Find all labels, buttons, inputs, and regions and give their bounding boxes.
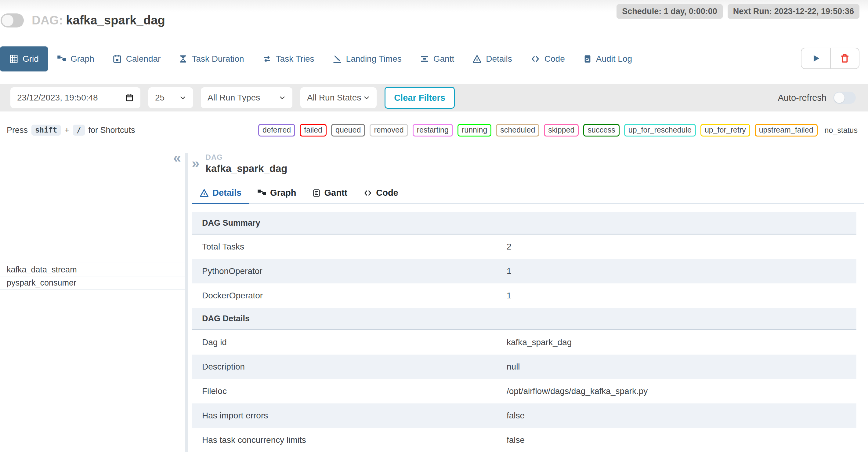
tab-label: Code — [376, 188, 398, 198]
status-badge[interactable]: skipped — [544, 124, 579, 137]
status-badge[interactable]: failed — [300, 124, 327, 137]
triangle-details-icon — [199, 188, 209, 198]
details-tab-gantt[interactable]: Gantt — [304, 186, 355, 203]
status-badge[interactable]: deferred — [258, 124, 295, 137]
details-tab-code[interactable]: Code — [355, 186, 406, 203]
page-header: DAG:kafka_spark_dag Schedule: 1 day, 0:0… — [0, 0, 868, 46]
status-badge[interactable]: removed — [370, 124, 408, 137]
code-icon — [530, 54, 540, 63]
row-value: false — [507, 435, 857, 445]
tab-label: Grid — [23, 54, 39, 64]
dag-details-panel: » DAG kafka_spark_dag Details Graph — [188, 145, 868, 452]
task-row-pyspark-consumer[interactable]: pyspark_consumer — [0, 276, 185, 290]
table-row: Description null — [192, 355, 857, 379]
status-badge[interactable]: up_for_reschedule — [624, 124, 696, 137]
repeat-icon — [262, 54, 272, 63]
tab-graph[interactable]: Graph — [48, 47, 103, 71]
run-states-select[interactable]: All Run States — [300, 87, 377, 108]
status-badge[interactable]: scheduled — [496, 124, 539, 137]
task-list: kafka_data_stream pyspark_consumer — [0, 263, 185, 290]
auto-refresh-label: Auto-refresh — [778, 93, 827, 103]
status-badge[interactable]: running — [458, 124, 491, 137]
chevron-down-icon — [180, 94, 186, 101]
tab-task-duration[interactable]: Task Duration — [170, 47, 253, 71]
table-row: Has task concurrency limits false — [192, 428, 857, 452]
status-badge[interactable]: queued — [331, 124, 365, 137]
tab-label: Task Duration — [192, 54, 244, 64]
tab-label: Graph — [70, 54, 94, 64]
status-legend: deferred failed queued removed restartin… — [258, 124, 858, 137]
tab-details[interactable]: Details — [463, 47, 521, 71]
row-label: DockerOperator — [192, 291, 507, 301]
table-row: Dag id kafka_spark_dag — [192, 330, 857, 355]
audit-log-icon — [583, 54, 592, 63]
grid-icon — [9, 54, 18, 63]
next-run-badge: Next Run: 2023-12-22, 19:50:36 — [727, 4, 860, 19]
airflow-dag-page: DAG:kafka_spark_dag Schedule: 1 day, 0:0… — [0, 0, 868, 452]
dag-prefix-label: DAG: — [32, 13, 63, 27]
row-label: Description — [192, 362, 507, 372]
dag-details-table: DAG Summary Total Tasks 2 PythonOperator… — [192, 212, 857, 452]
tab-grid[interactable]: Grid — [0, 47, 48, 71]
base-date-input[interactable]: 23/12/2023, 19:50:48 — [10, 87, 141, 108]
row-value: 1 — [507, 266, 857, 276]
details-panel-header: » DAG kafka_spark_dag — [192, 153, 868, 174]
delete-dag-button[interactable] — [830, 48, 859, 68]
page-title: DAG:kafka_spark_dag — [32, 13, 165, 27]
no-status-label[interactable]: no_status — [825, 126, 858, 135]
tab-label: Code — [545, 54, 565, 64]
tab-label: Gantt — [324, 188, 348, 198]
tab-label: Details — [212, 188, 241, 198]
clear-filters-button[interactable]: Clear Filters — [384, 87, 455, 109]
table-row: Has import errors false — [192, 403, 857, 428]
plus-text: + — [64, 125, 69, 135]
row-label: Has task concurrency limits — [192, 435, 507, 445]
status-badge[interactable]: restarting — [413, 124, 453, 137]
shortcuts-suffix: for Shortcuts — [89, 125, 135, 135]
dag-kicker-label: DAG — [206, 153, 287, 161]
row-label: Fileloc — [192, 386, 507, 396]
trigger-dag-button[interactable] — [802, 48, 830, 68]
task-row-kafka-data-stream[interactable]: kafka_data_stream — [0, 263, 185, 276]
tab-gantt[interactable]: Gantt — [411, 47, 463, 71]
tab-label: Graph — [270, 188, 296, 198]
auto-refresh-toggle[interactable] — [833, 92, 856, 104]
tab-label: Landing Times — [346, 54, 402, 64]
details-dag-name: kafka_spark_dag — [206, 163, 287, 174]
calendar-picker-icon[interactable] — [125, 93, 134, 102]
table-row: PythonOperator 1 — [192, 259, 857, 283]
date-value: 23/12/2023, 19:50:48 — [17, 93, 98, 102]
graph-icon — [257, 188, 267, 198]
details-tab-details[interactable]: Details — [192, 186, 249, 204]
table-row: Fileloc /opt/airflow/dags/dag_kafka_spar… — [192, 379, 857, 403]
status-badge[interactable]: upstream_failed — [755, 124, 818, 137]
shortcuts-hint: Press shift + / for Shortcuts — [7, 125, 135, 135]
tab-landing-times[interactable]: Landing Times — [323, 47, 411, 71]
auto-refresh-control: Auto-refresh — [778, 92, 856, 104]
panel-divider[interactable] — [185, 153, 188, 452]
row-value: false — [507, 411, 857, 421]
tab-calendar[interactable]: Calendar — [103, 47, 170, 71]
tab-task-tries[interactable]: Task Tries — [253, 47, 323, 71]
collapse-left-chevron-icon[interactable]: « — [173, 151, 181, 164]
run-types-select[interactable]: All Run Types — [201, 87, 292, 108]
dag-pause-toggle[interactable] — [1, 13, 24, 28]
hourglass-icon — [179, 54, 187, 63]
chevron-down-icon — [279, 94, 286, 101]
row-value: 1 — [507, 291, 857, 301]
row-label: Total Tasks — [192, 242, 507, 252]
dag-name: kafka_spark_dag — [66, 13, 165, 27]
section-header-dag-details: DAG Details — [192, 308, 857, 330]
tab-label: Task Tries — [276, 54, 314, 64]
gantt-bars-icon — [420, 54, 429, 63]
status-badge[interactable]: success — [583, 124, 619, 137]
status-badge[interactable]: up_for_retry — [701, 124, 750, 137]
tab-audit-log[interactable]: Audit Log — [574, 47, 641, 71]
tab-label: Gantt — [433, 54, 454, 64]
expand-right-chevron-icon[interactable]: » — [192, 156, 199, 170]
header-badges: Schedule: 1 day, 0:00:00 Next Run: 2023-… — [617, 4, 860, 19]
details-tab-graph[interactable]: Graph — [249, 186, 304, 203]
tab-code[interactable]: Code — [521, 47, 574, 71]
page-size-select[interactable]: 25 — [148, 87, 193, 108]
plane-landing-icon — [333, 54, 342, 63]
